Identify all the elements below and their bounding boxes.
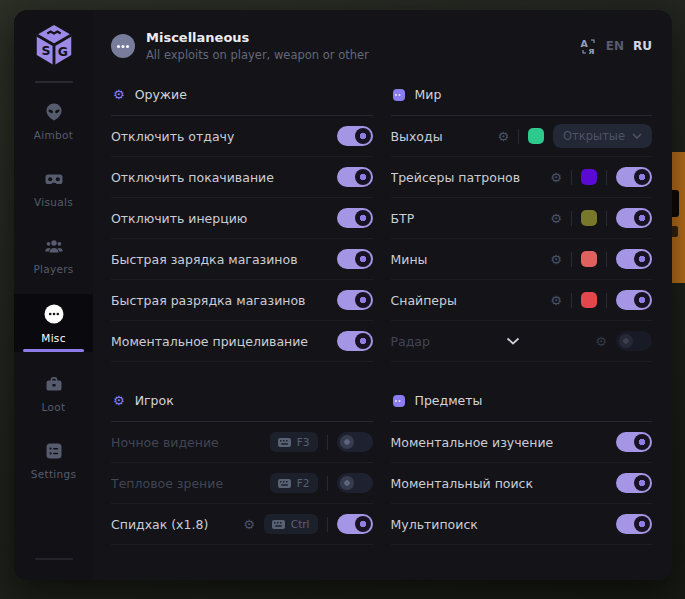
mines-color-swatch[interactable] bbox=[581, 251, 597, 267]
separator bbox=[571, 252, 572, 267]
separator bbox=[327, 476, 328, 491]
separator bbox=[327, 517, 328, 532]
lang-ru-button[interactable]: RU bbox=[633, 39, 652, 53]
hotkey-label: Ctrl bbox=[291, 518, 310, 530]
radar-toggle[interactable] bbox=[616, 331, 652, 351]
speedhack-toggle[interactable] bbox=[337, 514, 373, 534]
section-world-header: Мир bbox=[391, 70, 653, 115]
section-weapon-header: ⚙ Оружие bbox=[111, 70, 373, 115]
right-column: Мир Выходы ⚙ Открытые bbox=[391, 70, 653, 545]
thermal-vision-toggle[interactable] bbox=[337, 473, 373, 493]
main-area: Miscellaneous All exploits on player, we… bbox=[93, 10, 672, 580]
btr-settings-gear-icon[interactable]: ⚙ bbox=[550, 212, 562, 225]
lang-en-button[interactable]: EN bbox=[606, 39, 624, 53]
bullet-tracers-color-swatch[interactable] bbox=[581, 169, 597, 185]
sidebar-item-settings[interactable]: Settings bbox=[14, 432, 93, 488]
exits-dropdown[interactable]: Открытые bbox=[553, 124, 652, 148]
row-radar: Радар ⚙ bbox=[391, 321, 653, 362]
sidebar-item-label: Loot bbox=[42, 401, 66, 413]
btr-color-swatch[interactable] bbox=[581, 210, 597, 226]
section-title: Оружие bbox=[135, 87, 187, 102]
sidebar-item-label: Misc bbox=[41, 332, 65, 344]
sidebar-item-misc[interactable]: Misc bbox=[14, 294, 93, 352]
sidebar-item-players[interactable]: Players bbox=[14, 227, 93, 283]
snipers-color-swatch[interactable] bbox=[581, 292, 597, 308]
mines-settings-gear-icon[interactable]: ⚙ bbox=[550, 253, 562, 266]
separator bbox=[606, 252, 607, 267]
alien-icon bbox=[44, 102, 64, 122]
bullet-tracers-toggle[interactable] bbox=[616, 167, 652, 187]
row-label: Отключить инерцию bbox=[111, 211, 247, 226]
keyboard-icon bbox=[272, 520, 285, 529]
world-icon bbox=[393, 89, 405, 101]
snipers-toggle[interactable] bbox=[616, 290, 652, 310]
section-items: Предметы Моментальное изучение Моменталь… bbox=[391, 376, 653, 545]
instant-search-toggle[interactable] bbox=[616, 473, 652, 493]
sidebar-item-visuals[interactable]: Visuals bbox=[14, 160, 93, 216]
disable-sway-toggle[interactable] bbox=[337, 167, 373, 187]
row-label: Мультипоиск bbox=[391, 517, 478, 532]
section-title: Игрок bbox=[135, 393, 174, 408]
section-weapon: ⚙ Оружие Отключить отдачу Отключить пока… bbox=[111, 70, 373, 362]
row-speedhack: Спидхак (x1.8) ⚙ Ctrl bbox=[111, 504, 373, 545]
gear-icon: ⚙ bbox=[113, 88, 125, 101]
row-multisearch: Мультипоиск bbox=[391, 504, 653, 545]
disable-recoil-toggle[interactable] bbox=[337, 126, 373, 146]
row-label: Ночное видение bbox=[111, 435, 219, 450]
mines-toggle[interactable] bbox=[616, 249, 652, 269]
page-title: Miscellaneous bbox=[146, 30, 369, 45]
sidebar-item-aimbot[interactable]: Aimbot bbox=[14, 93, 93, 149]
radar-expand-button[interactable] bbox=[440, 337, 585, 345]
separator bbox=[327, 435, 328, 450]
content-columns: ⚙ Оружие Отключить отдачу Отключить пока… bbox=[93, 70, 672, 580]
instant-research-toggle[interactable] bbox=[616, 432, 652, 452]
gear-icon: ⚙ bbox=[113, 394, 125, 407]
radar-settings-gear-icon[interactable]: ⚙ bbox=[595, 335, 607, 348]
section-title: Мир bbox=[415, 87, 442, 102]
page-header: Miscellaneous All exploits on player, we… bbox=[93, 10, 672, 62]
hotkey-label: F2 bbox=[297, 477, 310, 489]
items-icon bbox=[393, 395, 405, 407]
row-label: Быстрая разрядка магазинов bbox=[111, 293, 305, 308]
page-ellipsis-avatar-icon bbox=[111, 34, 135, 58]
sidebar-divider bbox=[35, 81, 73, 83]
language-switcher: A я EN RU bbox=[580, 38, 652, 55]
row-snipers: Снайперы ⚙ bbox=[391, 280, 653, 321]
row-fast-magazine-unload: Быстрая разрядка магазинов bbox=[111, 280, 373, 321]
row-label: Мины bbox=[391, 252, 428, 267]
snipers-settings-gear-icon[interactable]: ⚙ bbox=[550, 294, 562, 307]
vr-goggles-icon bbox=[44, 169, 64, 189]
bullet-tracers-settings-gear-icon[interactable]: ⚙ bbox=[550, 171, 562, 184]
row-thermal-vision: Тепловое зрение F2 bbox=[111, 463, 373, 504]
svg-text:я: я bbox=[588, 45, 594, 55]
row-label: Снайперы bbox=[391, 293, 457, 308]
row-label: Спидхак (x1.8) bbox=[111, 517, 208, 532]
sidebar: S G Aimbot Visuals bbox=[14, 10, 93, 580]
row-label: Трейсеры патронов bbox=[391, 170, 521, 185]
row-exits: Выходы ⚙ Открытые bbox=[391, 116, 653, 157]
chevron-down-icon bbox=[506, 337, 520, 345]
row-label: Моментальное изучение bbox=[391, 435, 554, 450]
speedhack-settings-gear-icon[interactable]: ⚙ bbox=[243, 518, 255, 531]
sidebar-bottom-divider bbox=[35, 558, 73, 560]
row-label: Выходы bbox=[391, 129, 443, 144]
btr-toggle[interactable] bbox=[616, 208, 652, 228]
speedhack-hotkey-badge[interactable]: Ctrl bbox=[264, 514, 318, 534]
svg-text:G: G bbox=[57, 45, 67, 60]
thermal-vision-hotkey-badge[interactable]: F2 bbox=[270, 473, 318, 493]
night-vision-hotkey-badge[interactable]: F3 bbox=[270, 432, 318, 452]
fast-magazine-load-toggle[interactable] bbox=[337, 249, 373, 269]
multisearch-toggle[interactable] bbox=[616, 514, 652, 534]
exits-color-swatch[interactable] bbox=[528, 128, 544, 144]
fast-magazine-unload-toggle[interactable] bbox=[337, 290, 373, 310]
row-label: Моментальное прицеливание bbox=[111, 334, 308, 349]
exits-settings-gear-icon[interactable]: ⚙ bbox=[497, 130, 509, 143]
sidebar-item-loot[interactable]: Loot bbox=[14, 365, 93, 421]
row-label: Тепловое зрение bbox=[111, 476, 223, 491]
section-player: ⚙ Игрок Ночное видение F3 bbox=[111, 376, 373, 545]
instant-aim-toggle[interactable] bbox=[337, 331, 373, 351]
cheat-menu-window: S G Aimbot Visuals bbox=[14, 10, 672, 580]
night-vision-toggle[interactable] bbox=[337, 432, 373, 452]
separator bbox=[571, 211, 572, 226]
disable-inertia-toggle[interactable] bbox=[337, 208, 373, 228]
